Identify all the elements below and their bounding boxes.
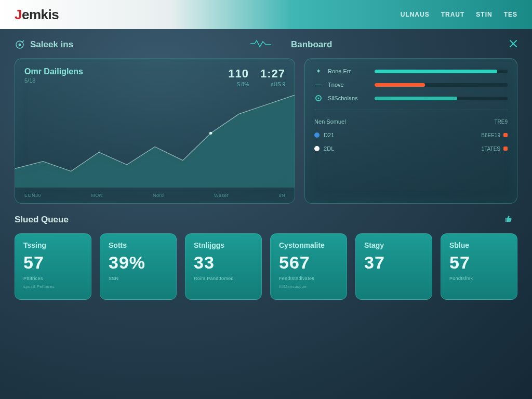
queue-section: Slued Queue	[15, 214, 517, 225]
ring-icon	[314, 94, 323, 102]
xaxis-3: Weser	[214, 193, 229, 198]
section-left: Saleek ins	[15, 39, 73, 50]
section-right: Banboard	[291, 39, 332, 50]
brand-logo: Jemkis	[15, 7, 59, 23]
status-row-0[interactable]: D21 B6EE19	[314, 131, 508, 139]
stat-2-desc1: Roirs Pandttomed	[194, 276, 253, 281]
chart-subtitle: 5/18	[24, 77, 83, 84]
section-header-row: Saleek ins Banboard	[15, 39, 517, 50]
xaxis-4: 8N	[279, 193, 286, 198]
status-row-1[interactable]: 2DL 1TATES	[314, 144, 508, 153]
stat-3-title: Cystonmalite	[279, 241, 338, 249]
stat-card-2[interactable]: Stnlijggs 33 Roirs Pandttomed	[185, 233, 262, 300]
stat-1-title: Sotts	[109, 241, 168, 249]
status-row-1-val: 1TATES	[482, 146, 500, 152]
stat-card-1[interactable]: Sotts 39% SSN	[100, 233, 177, 300]
stat-5-title: Sblue	[449, 241, 509, 249]
status-sq-1	[503, 147, 508, 151]
stat-2-value: 33	[194, 252, 253, 273]
status-header: Nen Somuel TRE9	[314, 117, 508, 126]
nav-item-1[interactable]: TRAUT	[441, 11, 465, 18]
divider	[314, 110, 508, 110]
topbar: Jemkis ULNAUS TRAUT STIN TES	[0, 0, 532, 29]
chart-xaxis: EON30 MON Nord Weser 8N	[24, 193, 285, 198]
status-row-1-label: 2DL	[324, 145, 334, 152]
metric-1: 1:27 aUS 9	[260, 67, 285, 87]
top-nav: ULNAUS TRAUT STIN TES	[401, 11, 517, 18]
svg-point-1	[19, 44, 21, 46]
logo-tail: s	[51, 7, 59, 22]
close-icon[interactable]	[509, 39, 517, 50]
bar-0-fill	[375, 70, 497, 73]
dash-icon: —	[314, 81, 323, 89]
bar-row-2: SllScbolans	[314, 94, 508, 102]
chart-card: Omr Dailiglens 5/18 110 S 8% 1:27 aUS 9	[15, 58, 295, 204]
status-sq-0	[503, 133, 508, 137]
stat-5-value: 57	[449, 252, 509, 273]
logo-rest: emk	[22, 7, 48, 22]
bar-2-track[interactable]	[375, 97, 508, 100]
stat-5-desc1: Pondtsfmk	[449, 276, 509, 281]
queue-title: Slued Queue	[15, 215, 69, 225]
stat-0-value: 57	[23, 252, 83, 273]
bar-1-fill	[375, 83, 425, 87]
stat-0-title: Tssing	[23, 241, 83, 249]
status-header-right: TRE9	[494, 119, 508, 125]
bar-0-track[interactable]	[375, 70, 508, 73]
xaxis-1: MON	[91, 193, 103, 198]
stat-card-5[interactable]: Sblue 57 Pondtsfmk	[441, 233, 517, 300]
svg-point-5	[318, 98, 320, 99]
nav-item-3[interactable]: TES	[504, 11, 517, 18]
nav-item-0[interactable]: ULNAUS	[401, 11, 430, 18]
stat-row: Tssing 57 Pttitrices spustf Pettiares So…	[15, 233, 517, 300]
stat-3-value: 567	[279, 252, 338, 273]
leaf-icon: ✦	[314, 67, 323, 75]
status-dot-1	[314, 146, 320, 151]
bar-row-1: — Tnove	[314, 81, 508, 89]
section-left-label: Saleek ins	[30, 39, 73, 50]
logo-j: J	[15, 7, 22, 22]
thumbs-up-icon[interactable]	[504, 214, 513, 225]
status-row-0-label: D21	[324, 132, 334, 138]
pulse-icon	[250, 39, 271, 50]
stat-3-desc1: Fendtstndlvates	[279, 276, 338, 281]
stat-3-desc2: ttllMensucoue	[279, 284, 338, 289]
metric-0: 110 S 8%	[228, 67, 249, 87]
stat-1-value: 39%	[109, 252, 168, 273]
stat-card-3[interactable]: Cystonmalite 567 Fendtstndlvates ttllMen…	[270, 233, 347, 300]
stat-4-value: 37	[364, 252, 423, 273]
status-dot-0	[314, 132, 320, 138]
metric-0-sub: S 8%	[228, 82, 249, 87]
metric-1-sub: aUS 9	[260, 82, 285, 87]
bar-1-label: Tnove	[328, 82, 369, 88]
status-header-left: Nen Somuel	[314, 118, 346, 125]
stat-card-4[interactable]: Stagy 37	[355, 233, 432, 300]
area-chart	[15, 95, 295, 188]
stat-1-desc1: SSN	[109, 276, 168, 281]
stat-4-title: Stagy	[364, 241, 423, 249]
chart-title: Omr Dailiglens	[24, 67, 83, 76]
bar-2-label: SllScbolans	[328, 95, 369, 101]
stat-card-0[interactable]: Tssing 57 Pttitrices spustf Pettiares	[15, 233, 91, 300]
metric-1-value: 1:27	[260, 67, 285, 81]
metric-0-value: 110	[228, 67, 249, 81]
bar-2-fill	[375, 97, 457, 100]
xaxis-0: EON30	[24, 193, 41, 198]
bar-0-label: Rone Err	[328, 68, 369, 74]
stat-0-desc2: spustf Pettiares	[23, 284, 83, 289]
status-row-0-val: B6EE19	[481, 132, 500, 138]
status-card: ✦ Rone Err — Tnove SllScbolans Nen Somue…	[304, 58, 517, 204]
stat-0-desc1: Pttitrices	[23, 276, 83, 281]
bar-row-0: ✦ Rone Err	[314, 67, 508, 75]
nav-item-2[interactable]: STIN	[476, 11, 492, 18]
xaxis-2: Nord	[153, 193, 164, 198]
target-icon	[15, 39, 25, 50]
bar-1-track[interactable]	[375, 83, 508, 87]
stat-2-title: Stnlijggs	[194, 241, 253, 249]
svg-point-3	[209, 132, 212, 135]
section-right-label: Banboard	[291, 39, 332, 50]
